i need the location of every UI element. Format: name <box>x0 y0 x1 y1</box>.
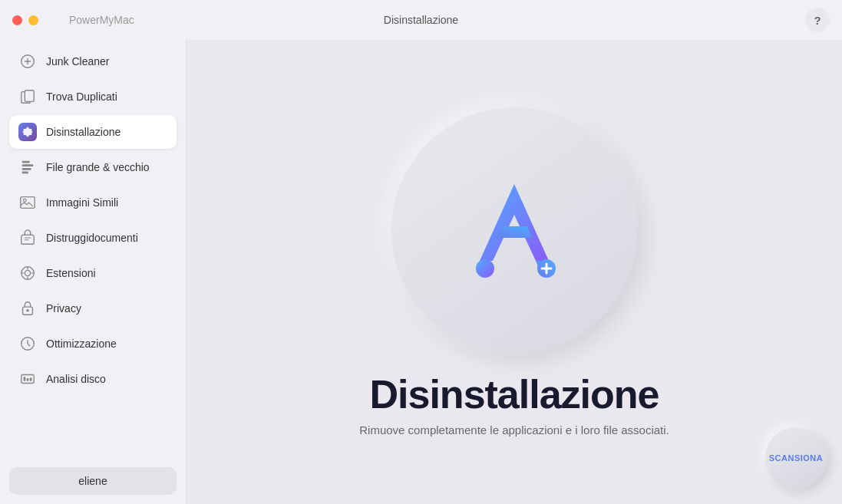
svg-rect-17 <box>27 378 29 381</box>
content-title-text: Disinstallazione <box>370 371 659 417</box>
scan-button-container: SCANSIONA <box>765 427 827 489</box>
sidebar-item-junk-cleaner-label: Junk Cleaner <box>46 55 110 68</box>
sidebar-item-privacy-label: Privacy <box>46 302 81 315</box>
distruggi-documenti-icon <box>18 229 37 247</box>
estensioni-icon <box>18 264 37 282</box>
close-button[interactable] <box>12 15 22 25</box>
titlebar: PowerMyMac Disinstallazione ? <box>0 0 842 40</box>
svg-point-11 <box>25 270 30 275</box>
svg-point-19 <box>476 259 494 278</box>
svg-point-8 <box>24 199 27 202</box>
immagini-simili-icon <box>18 193 37 212</box>
svg-rect-16 <box>24 377 26 381</box>
sidebar: Junk Cleaner Trova Duplicati <box>0 40 187 504</box>
content-area: Disinstallazione Rimuove completamente l… <box>187 40 842 504</box>
sidebar-item-immagini-simili-label: Immagini Simili <box>46 196 118 209</box>
traffic-lights <box>12 15 38 25</box>
app-icon-circle <box>391 107 637 353</box>
main-layout: Junk Cleaner Trova Duplicati <box>0 40 842 504</box>
privacy-icon <box>18 299 37 318</box>
sidebar-item-estensioni[interactable]: Estensioni <box>9 256 177 290</box>
window-title: Disinstallazione <box>384 14 458 26</box>
sidebar-item-distruggi-documenti-label: Distruggidocumenti <box>46 232 138 244</box>
sidebar-item-trova-duplicati[interactable]: Trova Duplicati <box>9 80 177 114</box>
user-button[interactable]: eliene <box>9 467 177 495</box>
content-inner: Disinstallazione Rimuove completamente l… <box>359 107 669 436</box>
svg-rect-2 <box>25 91 34 102</box>
sidebar-item-trova-duplicati-label: Trova Duplicati <box>46 91 117 103</box>
scan-button[interactable]: SCANSIONA <box>765 427 827 489</box>
sidebar-item-analisi-disco[interactable]: Analisi disco <box>9 362 177 396</box>
junk-cleaner-icon <box>18 52 37 71</box>
minimize-button[interactable] <box>28 15 38 25</box>
sidebar-item-file-grande-label: File grande & vecchio <box>46 161 150 173</box>
sidebar-item-disinstallazione[interactable]: Disinstallazione <box>9 115 177 149</box>
sidebar-item-ottimizzazione[interactable]: Ottimizzazione <box>9 327 177 361</box>
disinstallazione-icon <box>18 123 37 141</box>
svg-rect-3 <box>22 161 30 163</box>
sidebar-item-privacy[interactable]: Privacy <box>9 292 177 325</box>
help-button[interactable]: ? <box>805 8 830 32</box>
ottimizzazione-icon <box>18 334 37 353</box>
sidebar-item-junk-cleaner[interactable]: Junk Cleaner <box>9 44 177 78</box>
sidebar-item-file-grande[interactable]: File grande & vecchio <box>9 150 177 184</box>
app-store-svg-icon <box>445 161 583 299</box>
svg-rect-18 <box>30 377 32 381</box>
svg-rect-5 <box>22 168 31 170</box>
svg-rect-6 <box>22 172 28 174</box>
sidebar-items: Junk Cleaner Trova Duplicati <box>0 40 186 458</box>
content-description: Rimuove completamente le applicazioni e … <box>359 423 669 436</box>
content-title: Disinstallazione <box>370 371 659 417</box>
sidebar-item-ottimizzazione-label: Ottimizzazione <box>46 338 117 350</box>
sidebar-item-analisi-disco-label: Analisi disco <box>46 373 106 385</box>
svg-point-13 <box>26 309 29 312</box>
svg-rect-4 <box>22 164 34 166</box>
sidebar-item-distruggi-documenti[interactable]: Distruggidocumenti <box>9 221 177 255</box>
sidebar-item-immagini-simili[interactable]: Immagini Simili <box>9 186 177 219</box>
sidebar-item-estensioni-label: Estensioni <box>46 267 96 279</box>
trova-duplicati-icon <box>18 87 37 106</box>
analisi-disco-icon <box>18 370 37 388</box>
sidebar-item-disinstallazione-label: Disinstallazione <box>46 126 121 138</box>
app-name: PowerMyMac <box>69 14 134 26</box>
file-grande-icon <box>18 158 37 176</box>
sidebar-footer: eliene <box>0 458 186 504</box>
